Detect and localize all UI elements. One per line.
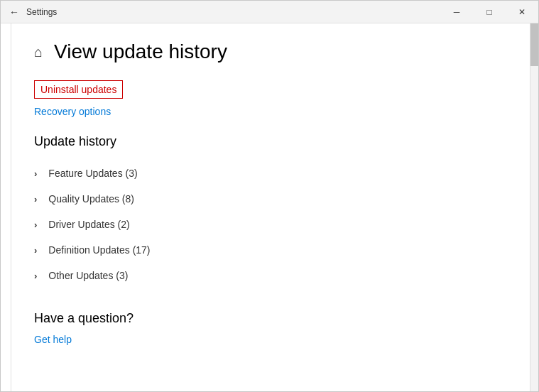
maximize-button[interactable]: □ (473, 1, 506, 23)
update-history-title: Update history (34, 134, 507, 149)
main-content: ⌂ View update history Uninstall updates … (11, 23, 530, 391)
sidebar (1, 23, 11, 391)
chevron-other-icon: › (34, 271, 37, 281)
update-item-driver[interactable]: › Driver Updates (2) (34, 212, 507, 237)
update-item-other-label: Other Updates (3) (48, 270, 128, 281)
update-item-quality[interactable]: › Quality Updates (8) (34, 186, 507, 212)
get-help-link[interactable]: Get help (34, 334, 72, 345)
content-area: ⌂ View update history Uninstall updates … (1, 23, 538, 391)
chevron-definition-icon: › (34, 245, 37, 256)
back-button[interactable]: ← (9, 6, 19, 18)
update-item-definition[interactable]: › Definition Updates (17) (34, 237, 507, 263)
recovery-options-link[interactable]: Recovery options (34, 106, 507, 117)
minimize-button[interactable]: ─ (440, 1, 473, 23)
chevron-feature-icon: › (34, 168, 37, 179)
titlebar: ← Settings ─ □ ✕ (1, 1, 538, 23)
update-item-feature-label: Feature Updates (3) (48, 168, 137, 179)
home-icon[interactable]: ⌂ (34, 44, 43, 60)
close-button[interactable]: ✕ (506, 1, 538, 23)
scrollbar[interactable] (530, 23, 538, 391)
page-header: ⌂ View update history (34, 40, 507, 63)
uninstall-updates-link[interactable]: Uninstall updates (34, 80, 123, 99)
page-title: View update history (54, 40, 227, 63)
update-item-driver-label: Driver Updates (2) (48, 219, 129, 230)
chevron-driver-icon: › (34, 219, 37, 230)
window-controls: ─ □ ✕ (440, 1, 538, 23)
settings-window: ← Settings ─ □ ✕ ⌂ View update history U… (0, 0, 539, 392)
update-item-other[interactable]: › Other Updates (3) (34, 263, 507, 288)
scrollbar-thumb[interactable] (530, 23, 538, 66)
have-question-title: Have a question? (34, 311, 507, 326)
window-title: Settings (26, 7, 57, 17)
update-item-definition-label: Definition Updates (17) (48, 244, 150, 256)
update-item-feature[interactable]: › Feature Updates (3) (34, 160, 507, 186)
update-item-quality-label: Quality Updates (8) (48, 193, 134, 205)
chevron-quality-icon: › (34, 194, 37, 205)
update-list: › Feature Updates (3) › Quality Updates … (34, 160, 507, 288)
titlebar-left: ← Settings (9, 6, 57, 18)
